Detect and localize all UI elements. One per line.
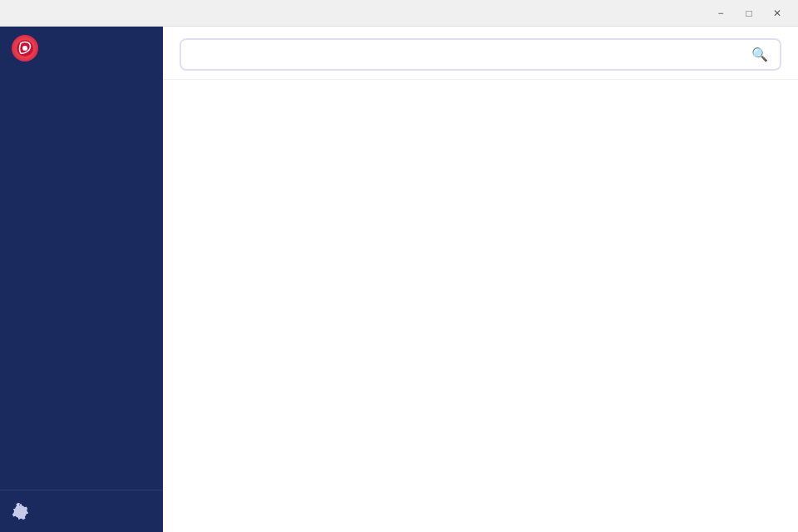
search-input[interactable] xyxy=(193,47,745,62)
sidebar-logo xyxy=(0,27,163,70)
main-header: 🔍 xyxy=(163,27,798,80)
title-bar: − □ ✕ xyxy=(0,0,798,27)
tools-grid-container xyxy=(163,80,798,532)
search-bar: 🔍 xyxy=(180,38,781,71)
settings-item[interactable] xyxy=(0,490,163,532)
svg-point-1 xyxy=(22,46,27,51)
minimize-button[interactable]: − xyxy=(710,5,732,22)
maximize-button[interactable]: □ xyxy=(738,5,760,22)
title-bar-controls: − □ ✕ xyxy=(710,5,788,22)
sidebar xyxy=(0,27,163,532)
main-content: 🔍 xyxy=(163,27,798,532)
search-icon: 🔍 xyxy=(751,47,768,62)
app-window: − □ ✕ xyxy=(0,0,798,532)
app-body: 🔍 xyxy=(0,27,798,532)
close-button[interactable]: ✕ xyxy=(766,5,788,22)
app-logo-icon xyxy=(12,35,38,62)
settings-icon xyxy=(12,502,30,520)
